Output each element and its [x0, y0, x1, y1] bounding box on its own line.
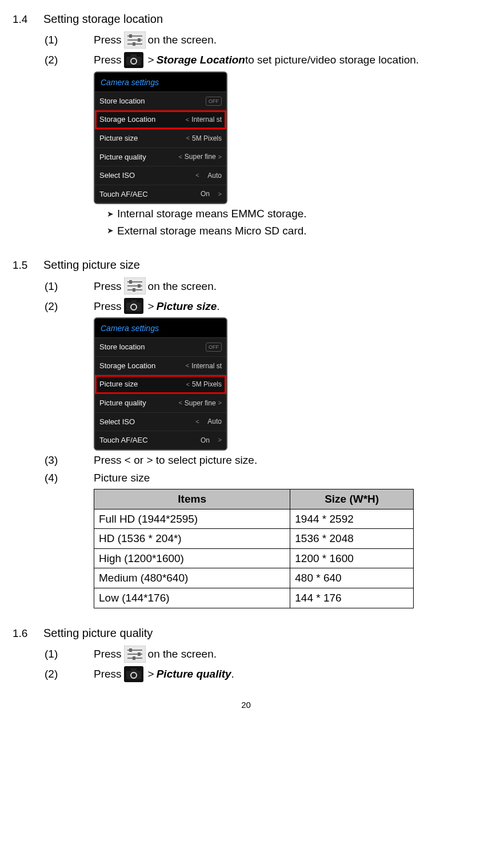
step-body: Press > Picture size .	[94, 298, 220, 314]
section-heading: 1.6 Setting picture quality	[13, 626, 479, 641]
table-row: High (1200*1600)1200 * 1600	[94, 548, 414, 568]
value: Internal st	[191, 361, 222, 371]
panel-value: OFF	[206, 343, 222, 352]
value: Super fine	[185, 399, 216, 408]
picture-size-table: Items Size (W*H) Full HD (1944*2595)1944…	[94, 489, 414, 608]
panel-label: Storage Location	[99, 114, 155, 125]
section-heading: 1.4 Setting storage location	[13, 11, 479, 27]
table-header: Items	[94, 489, 290, 509]
off-badge: OFF	[206, 343, 222, 352]
panel-label: Storage Location	[99, 361, 155, 371]
panel-label: Picture quality	[99, 398, 146, 408]
step-number: (1)	[45, 647, 94, 662]
panel-row: Select ISO < Auto	[95, 413, 226, 432]
panel-row: Store location OFF	[95, 338, 226, 357]
panel-row: Storage Location <Internal st	[95, 357, 226, 376]
step-number: (2)	[45, 299, 94, 314]
section-number: 1.5	[13, 258, 43, 273]
cell: 1200 * 1600	[290, 548, 414, 568]
panel-label: Picture size	[99, 379, 138, 389]
panel-value: On >	[201, 436, 222, 445]
panel-label: Picture quality	[99, 152, 146, 162]
menu-path: Storage Location	[157, 53, 245, 67]
step-number: (1)	[45, 33, 94, 47]
step-row: (2) Press > Picture size .	[45, 298, 479, 314]
step-number: (2)	[45, 667, 94, 682]
bullet-text: Internal storage means EMMC storage.	[117, 206, 307, 221]
svg-rect-15	[138, 284, 141, 288]
text: on the screen.	[148, 33, 217, 47]
text: on the screen.	[148, 647, 217, 662]
text: Press	[94, 647, 122, 662]
text: .	[217, 299, 219, 314]
step-number: (3)	[45, 453, 94, 468]
panel-header: Camera settings	[95, 318, 226, 338]
text: on the screen.	[148, 279, 217, 294]
chevron-left-icon: <	[178, 399, 182, 407]
section-number: 1.6	[13, 626, 43, 641]
chevron-right-icon: >	[218, 399, 222, 407]
table-header: Size (W*H)	[290, 489, 414, 509]
step-row: (3) Press < or > to select picture size.	[45, 453, 479, 468]
panel-row: Touch AF/AEC On >	[95, 185, 226, 204]
panel-row: Picture size <5M Pixels	[95, 129, 226, 148]
table-header-row: Items Size (W*H)	[94, 489, 414, 509]
panel-label: Touch AF/AEC	[99, 435, 148, 445]
section-number: 1.4	[13, 12, 43, 27]
panel-label: Touch AF/AEC	[99, 189, 148, 200]
step-row: (1) Press on the screen.	[45, 31, 479, 49]
panel-value: < Auto	[195, 417, 222, 426]
text: to set picture/video storage location.	[245, 53, 419, 67]
svg-rect-24	[129, 648, 132, 652]
step-body: Press on the screen.	[94, 31, 217, 49]
value: 5M Pixels	[192, 380, 222, 389]
table-row: Low (144*176)144 * 176	[94, 588, 414, 608]
greater-than: >	[148, 53, 154, 67]
text: .	[231, 667, 234, 682]
cell: Full HD (1944*2595)	[94, 509, 290, 529]
camera-icon	[124, 52, 143, 68]
step-row: (1) Press on the screen.	[45, 277, 479, 294]
value: Super fine	[185, 152, 216, 161]
step-number: (2)	[45, 53, 94, 67]
menu-path: Picture size	[157, 299, 217, 314]
step-row: (1) Press on the screen.	[45, 646, 479, 663]
step-body: Press < or > to select picture size.	[94, 453, 257, 468]
step-number: (1)	[45, 279, 94, 294]
svg-rect-4	[138, 38, 141, 42]
text: Press	[94, 299, 122, 314]
cell: 144 * 176	[290, 588, 414, 608]
page-number: 20	[13, 699, 479, 711]
panel-row: Picture quality <Super fine>	[95, 394, 226, 413]
panel-value: <5M Pixels	[186, 380, 222, 389]
panel-value: <Super fine>	[178, 399, 222, 408]
cell: HD (1536 * 204*)	[94, 529, 290, 549]
panel-row: Store location OFF	[95, 92, 226, 111]
svg-rect-13	[129, 280, 132, 284]
text: Press	[94, 279, 122, 294]
cell: 1536 * 2048	[290, 529, 414, 549]
chevron-left-icon: <	[186, 116, 189, 124]
bullet-icon: ➤	[107, 225, 117, 236]
chevron-left-icon: <	[186, 361, 189, 370]
panel-value: < Auto	[195, 171, 222, 180]
text: Press	[94, 33, 122, 47]
panel-row-highlighted: Picture size <5M Pixels	[95, 375, 226, 394]
panel-row: Picture quality <Super fine>	[95, 148, 226, 167]
bullet-item: ➤ External storage means Micro SD card.	[107, 224, 479, 238]
value: 5M Pixels	[192, 134, 222, 143]
menu-path: Picture quality	[157, 667, 231, 682]
panel-header: Camera settings	[95, 73, 226, 92]
bullet-icon: ➤	[107, 209, 117, 220]
cell: 1944 * 2592	[290, 509, 414, 529]
text: Press	[94, 53, 122, 67]
camera-settings-screenshot: Camera settings Store location OFF Stora…	[94, 317, 227, 450]
section-title: Setting picture quality	[43, 626, 153, 641]
sliders-icon	[124, 646, 146, 663]
svg-rect-20	[131, 300, 137, 303]
step-number: (4)	[45, 471, 94, 485]
svg-rect-9	[131, 54, 137, 57]
table-row: HD (1536 * 204*)1536 * 2048	[94, 529, 414, 549]
panel-value: <Internal st	[186, 115, 222, 124]
value: Internal st	[191, 115, 222, 124]
